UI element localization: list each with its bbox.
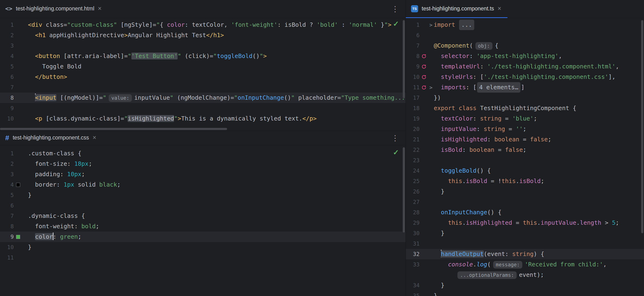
horizontal-scrollbar[interactable] [0, 128, 227, 130]
line-number[interactable]: 31 [406, 240, 420, 247]
code-line[interactable]: 8 font-weight: bold; [0, 221, 406, 232]
line-number[interactable]: 19 [406, 116, 420, 122]
code-line[interactable]: 20 inputValue: string = ''; [406, 124, 644, 134]
code-line[interactable]: 3 [0, 40, 406, 51]
code-line[interactable]: 23 [406, 155, 644, 166]
code-line[interactable]: 6 [406, 30, 644, 40]
ts-editor[interactable]: 1>import ...67@Component(obj:{8 selector… [406, 18, 644, 296]
inspections-ok-icon[interactable]: ✓ [393, 148, 399, 156]
code-line[interactable]: 11 [0, 252, 406, 263]
angular-gutter-icon[interactable] [420, 75, 428, 79]
code-line[interactable]: ...optionalParams:event); [406, 270, 644, 280]
code-line[interactable]: 5} [0, 190, 406, 200]
line-number[interactable]: 22 [406, 147, 420, 153]
code-line[interactable]: 1.custom-class { [0, 148, 406, 159]
code-line[interactable]: 34 } [406, 280, 644, 290]
line-number[interactable]: 20 [406, 126, 420, 132]
angular-gutter-icon[interactable] [420, 54, 428, 58]
code-line[interactable]: 22 isBold: boolean = false; [406, 145, 644, 155]
code-line[interactable]: 21 isHighlighted: boolean = false; [406, 134, 644, 145]
line-number[interactable]: 25 [406, 178, 420, 184]
color-swatch[interactable] [14, 235, 22, 239]
line-number[interactable]: 3 [0, 171, 14, 177]
vertical-scrollbar[interactable] [403, 147, 405, 232]
tab-test-highlighting-component-html[interactable]: <> test-highlighting.component.html × [0, 0, 108, 18]
code-line[interactable]: 2 <h1 appHighlightDirective>Angular High… [0, 30, 406, 40]
line-number[interactable]: 24 [406, 168, 420, 174]
code-line[interactable]: 29 this.isHighlighted = this.inputValue.… [406, 218, 644, 228]
line-number[interactable]: 4 [0, 53, 14, 59]
code-line[interactable]: 7 [0, 82, 406, 92]
code-line[interactable]: 35} [406, 290, 644, 296]
vertical-scrollbar[interactable] [641, 20, 643, 233]
code-line[interactable]: 19 textColor: string = 'blue'; [406, 114, 644, 124]
line-number[interactable]: 6 [406, 32, 420, 38]
line-number[interactable]: 30 [406, 230, 420, 236]
more-options-icon[interactable]: ⋮ [391, 134, 399, 142]
code-line[interactable]: 8 <input [(ngModel)]="value:inputValue" … [0, 92, 406, 103]
line-number[interactable]: 26 [406, 188, 420, 195]
line-number[interactable]: 17 [406, 95, 420, 101]
fold-chevron-icon[interactable]: > [428, 84, 434, 90]
folded-region[interactable]: ... [459, 20, 474, 30]
code-line[interactable]: 9 templateUrl: './test-highlighting.comp… [406, 61, 644, 72]
code-line[interactable]: 24 toggleBold() { [406, 166, 644, 176]
line-number[interactable]: 7 [406, 42, 420, 49]
code-line[interactable]: 1<div class="custom-class" [ngStyle]="{ … [0, 20, 406, 30]
code-line[interactable]: 27 [406, 197, 644, 207]
line-number[interactable]: 1 [0, 150, 14, 156]
line-number[interactable]: 8 [0, 95, 14, 101]
code-line[interactable]: 25 this.isBold = !this.isBold; [406, 176, 644, 186]
line-number[interactable]: 1 [406, 22, 420, 28]
code-line[interactable]: 33 console.log(message:'Received from ch… [406, 259, 644, 270]
line-number[interactable]: 11 [406, 84, 420, 90]
line-number[interactable]: 10 [0, 116, 14, 122]
code-line[interactable]: 28 onInputChange() { [406, 207, 644, 218]
line-number[interactable]: 35 [406, 293, 420, 296]
line-number[interactable]: 34 [406, 282, 420, 288]
line-number[interactable]: 3 [0, 42, 14, 49]
css-editor[interactable]: 1.custom-class {2 font-size: 18px;3 padd… [0, 146, 406, 296]
line-number[interactable]: 9 [0, 234, 14, 240]
pane-splitter[interactable] [406, 0, 406, 296]
code-line[interactable]: 3 padding: 10px; [0, 169, 406, 180]
line-number[interactable]: 2 [0, 32, 14, 38]
code-line[interactable]: 10} [0, 242, 406, 252]
line-number[interactable]: 7 [0, 213, 14, 219]
fold-chevron-icon[interactable]: > [428, 22, 434, 28]
code-line[interactable]: 18export class TestHighlightingComponent… [406, 103, 644, 114]
folded-region[interactable]: 4 elements… [477, 82, 521, 92]
code-line[interactable]: 6 [0, 200, 406, 211]
html-editor[interactable]: 1<div class="custom-class" [ngStyle]="{ … [0, 18, 406, 131]
line-number[interactable]: 29 [406, 220, 420, 226]
line-number[interactable]: 8 [0, 223, 14, 230]
inspections-ok-icon[interactable]: ✓ [393, 20, 399, 28]
code-line[interactable]: 30 } [406, 228, 644, 238]
line-number[interactable]: 4 [0, 182, 14, 188]
code-line[interactable]: 11> imports: [4 elements…] [406, 82, 644, 92]
tab-test-highlighting-component-ts[interactable]: TS test-highlighting.component.ts × [406, 0, 508, 18]
line-number[interactable]: 2 [0, 161, 14, 167]
code-line[interactable]: 10 styleUrls: ['./test-highlighting.comp… [406, 72, 644, 82]
vertical-scrollbar[interactable] [403, 20, 405, 98]
code-line[interactable]: 10 <p [class.dynamic-class]="isHighlight… [0, 114, 406, 124]
angular-gutter-icon[interactable] [420, 85, 428, 90]
tab-test-highlighting-component-css[interactable]: # test-highlighting.component.css × [0, 131, 102, 145]
code-line[interactable]: 4 <button [attr.aria-label]="'Test Butto… [0, 51, 406, 61]
code-line[interactable]: 8 selector: 'app-test-highlighting', [406, 51, 644, 61]
line-number[interactable]: 21 [406, 136, 420, 142]
line-number[interactable]: 23 [406, 157, 420, 164]
more-options-icon[interactable]: ⋮ [391, 5, 399, 13]
line-number[interactable]: 28 [406, 209, 420, 216]
line-number[interactable]: 6 [0, 202, 14, 208]
code-line[interactable]: 17}) [406, 92, 644, 103]
code-line[interactable]: 26 } [406, 186, 644, 197]
close-tab-icon[interactable]: × [498, 6, 502, 12]
line-number[interactable]: 27 [406, 199, 420, 205]
code-line[interactable]: 31 [406, 238, 644, 249]
code-line[interactable]: 1>import ... [406, 20, 644, 30]
line-number[interactable]: 33 [406, 262, 420, 268]
angular-gutter-icon[interactable] [420, 64, 428, 69]
code-line[interactable]: 7@Component(obj:{ [406, 40, 644, 51]
code-line[interactable]: 32 handleOutput(event: string) { [406, 249, 644, 259]
